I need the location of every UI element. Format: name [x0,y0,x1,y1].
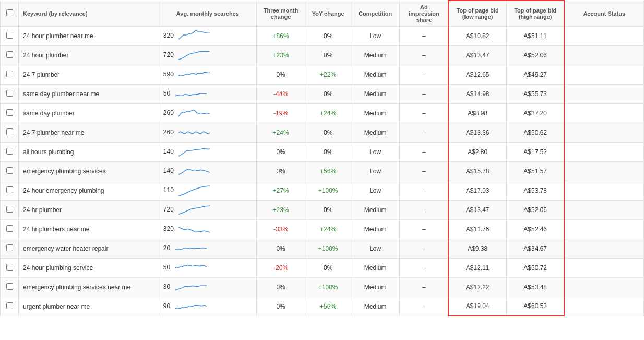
avg-number: 720 [163,51,174,58]
row-avg: 50 [159,258,256,277]
row-checkbox[interactable] [6,128,13,135]
header-competition: Competition [351,1,399,26]
row-keyword: 24 hour plumber [19,45,159,65]
row-checkbox[interactable] [6,283,13,290]
row-three-month: 0% [256,297,305,316]
row-top-high: A$34.67 [506,239,564,258]
row-competition: Low [351,161,399,181]
table-body: 24 hour plumber near me 320 +86% 0% Low … [1,26,644,316]
row-avg: 20 [159,239,256,258]
sparkline [175,300,207,313]
row-yoy: +100% [305,181,351,200]
row-top-high: A$53.48 [506,277,564,297]
row-yoy: +100% [305,239,351,258]
row-avg: 720 [159,200,256,219]
row-account-status [564,26,643,45]
sparkline [178,126,210,139]
row-checkbox[interactable] [6,148,13,155]
row-competition: Low [351,26,399,45]
row-ad-impression: – [400,123,448,142]
row-account-status [564,297,643,316]
row-checkbox[interactable] [6,32,13,39]
header-checkbox-col [1,1,19,26]
row-checkbox[interactable] [6,109,13,116]
row-top-high: A$17.52 [506,142,564,161]
row-three-month: -44% [256,84,305,103]
row-competition: Medium [351,200,399,219]
row-account-status [564,123,643,142]
row-checkbox[interactable] [6,264,13,271]
avg-number: 320 [163,225,174,232]
row-ad-impression: – [400,84,448,103]
row-ad-impression: – [400,181,448,200]
row-checkbox[interactable] [6,302,13,309]
avg-number: 50 [163,264,170,271]
row-checkbox[interactable] [6,186,13,193]
row-avg: 260 [159,123,256,142]
row-avg: 140 [159,161,256,181]
sparkline [175,88,207,100]
avg-number: 720 [163,206,174,213]
row-ad-impression: – [400,297,448,316]
row-top-high: A$52.06 [506,200,564,219]
row-top-low: A$11.76 [448,219,506,239]
row-account-status [564,239,643,258]
row-top-high: A$50.62 [506,123,564,142]
row-top-low: A$13.47 [448,200,506,219]
row-checkbox[interactable] [6,51,13,58]
header-top-high: Top of page bid (high range) [506,1,564,26]
row-checkbox[interactable] [6,225,13,232]
row-top-low: A$12.22 [448,277,506,297]
row-three-month: +23% [256,45,305,65]
avg-number: 590 [163,71,174,78]
row-avg: 320 [159,26,256,45]
row-keyword: 24 7 plumber near me [19,123,159,142]
sparkline [178,165,210,178]
row-checkbox-cell [1,258,19,277]
row-avg: 720 [159,45,256,65]
row-top-low: A$15.78 [448,161,506,181]
header-ad-impression: Ad impression share [400,1,448,26]
row-account-status [564,181,643,200]
row-checkbox[interactable] [6,167,13,174]
avg-number: 260 [163,109,174,116]
row-checkbox-cell [1,65,19,84]
row-keyword: urgent plumber near me [19,297,159,316]
row-competition: Medium [351,277,399,297]
table-header-row: Keyword (by relevance) Avg. monthly sear… [1,1,644,26]
table-row: all hours plumbing 140 0% 0% Low – A$2.8… [1,142,644,161]
row-yoy: +100% [305,277,351,297]
keyword-table-container: Keyword (by relevance) Avg. monthly sear… [0,0,644,316]
row-checkbox-cell [1,45,19,65]
row-top-low: A$19.04 [448,297,506,316]
row-competition: Medium [351,258,399,277]
table-row: 24 7 plumber 590 0% +22% Medium – A$12.6… [1,65,644,84]
row-competition: Medium [351,297,399,316]
row-checkbox-cell [1,239,19,258]
select-all-checkbox[interactable] [6,9,13,16]
row-checkbox[interactable] [6,71,13,77]
sparkline [178,107,210,120]
row-top-low: A$17.03 [448,181,506,200]
row-account-status [564,65,643,84]
row-checkbox[interactable] [6,206,13,213]
row-top-low: A$8.98 [448,103,506,123]
row-avg: 140 [159,142,256,161]
row-three-month: 0% [256,65,305,84]
row-yoy: +56% [305,161,351,181]
row-checkbox[interactable] [6,90,13,97]
row-checkbox-cell [1,297,19,316]
row-competition: Medium [351,45,399,65]
header-top-low: Top of page bid (low range) [448,1,506,26]
sparkline [178,49,210,62]
row-three-month: +24% [256,123,305,142]
row-yoy: +24% [305,219,351,239]
table-row: 24 hr plumber 720 +23% 0% Medium – A$13.… [1,200,644,219]
row-keyword: 24 hour plumbing service [19,258,159,277]
row-three-month: -33% [256,219,305,239]
row-checkbox[interactable] [6,244,13,251]
row-top-high: A$52.46 [506,219,564,239]
row-account-status [564,45,643,65]
row-top-low: A$14.98 [448,84,506,103]
row-three-month: -19% [256,103,305,123]
